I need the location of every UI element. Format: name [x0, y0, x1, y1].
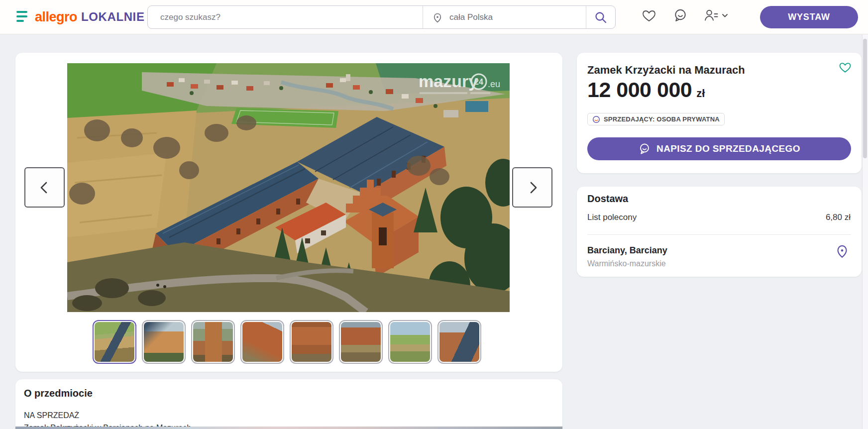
- location-field[interactable]: cała Polska: [423, 6, 586, 28]
- chat-icon: [672, 7, 688, 23]
- seller-region: Warmińsko-mazurskie: [587, 259, 666, 268]
- description-heading: O przedmiocie: [24, 388, 93, 399]
- chevron-left-icon: [37, 180, 53, 196]
- delivery-method: List polecony: [587, 213, 637, 222]
- gallery-thumbnail-8[interactable]: [437, 320, 481, 364]
- favorites-button[interactable]: [638, 4, 660, 26]
- chevron-down-icon: [723, 14, 727, 17]
- add-to-favorites-button[interactable]: [838, 60, 852, 76]
- page-scrollbar-thumb[interactable]: [863, 39, 867, 158]
- gallery-thumbnails: [93, 320, 481, 364]
- description-image-sliver: [15, 427, 562, 429]
- account-menu-button[interactable]: [701, 4, 735, 26]
- offer-summary-card: Zamek Krzyżacki na Mazurach 12 000 000 z…: [577, 53, 862, 173]
- top-navigation-bar: allegro LOKALNIE cała Polska: [0, 0, 868, 34]
- search-input[interactable]: [148, 6, 423, 28]
- price-currency: zł: [696, 87, 705, 100]
- logo-lokalnie-text: LOKALNIE: [81, 10, 144, 24]
- map-pin-icon: [834, 242, 851, 261]
- item-description-card: O przedmiocie NA SPRZEDAŻ Zamek Pokrzyża…: [15, 379, 562, 429]
- hamburger-menu-icon[interactable]: [16, 11, 28, 23]
- user-account-icon: [703, 7, 733, 23]
- smiley-icon: [592, 115, 600, 123]
- gallery-thumbnail-1[interactable]: [93, 320, 136, 364]
- message-seller-button[interactable]: NAPISZ DO SPRZEDAJĄCEGO: [587, 137, 851, 160]
- delivery-cost: 6,80 zł: [826, 213, 851, 222]
- gallery-thumbnail-2[interactable]: [142, 320, 186, 364]
- gallery-thumbnail-5[interactable]: [290, 320, 333, 364]
- allegro-lokalnie-logo[interactable]: allegro LOKALNIE: [35, 8, 145, 25]
- svg-text:.eu: .eu: [488, 79, 500, 89]
- gallery-thumbnail-6[interactable]: [339, 320, 383, 364]
- chevron-right-icon: [525, 180, 541, 196]
- search-icon: [594, 10, 608, 24]
- gallery-thumbnail-4[interactable]: [240, 320, 284, 364]
- svg-text:mazury: mazury: [419, 72, 478, 91]
- listing-main-photo[interactable]: mazury 24 .eu: [67, 63, 510, 312]
- gallery-thumbnail-3[interactable]: [191, 320, 235, 364]
- gallery-prev-button[interactable]: [24, 167, 65, 208]
- publish-offer-button[interactable]: WYSTAW: [760, 6, 858, 28]
- price-amount: 12 000 000: [587, 78, 692, 102]
- delivery-card: Dostawa List polecony 6,80 zł Barciany, …: [577, 187, 862, 277]
- location-value: cała Polska: [449, 12, 493, 22]
- price: 12 000 000 zł: [587, 78, 705, 102]
- allegro-lokalnie-listing-page: allegro LOKALNIE cała Polska: [0, 0, 868, 429]
- pin-icon: [432, 11, 443, 23]
- message-seller-label: NAPISZ DO SPRZEDAJĄCEGO: [656, 143, 800, 154]
- listing-title: Zamek Krzyżacki na Mazurach: [587, 64, 831, 77]
- search-button[interactable]: [586, 6, 615, 28]
- heart-icon: [838, 60, 852, 74]
- chat-icon: [638, 142, 651, 155]
- seller-badge-label: SPRZEDAJĄCY: OSOBA PRYWATNA: [604, 115, 720, 123]
- description-line: NA SPRZEDAŻ: [24, 411, 79, 420]
- gallery-card: mazury 24 .eu: [15, 53, 562, 372]
- gallery-thumbnail-7[interactable]: [388, 320, 432, 364]
- svg-text:24: 24: [474, 78, 483, 86]
- delivery-heading: Dostawa: [587, 193, 628, 205]
- heart-icon: [641, 7, 657, 23]
- gallery-next-button[interactable]: [512, 167, 552, 208]
- seller-location: Barciany, Barciany: [587, 245, 667, 256]
- messages-button[interactable]: [669, 4, 691, 26]
- divider: [587, 234, 851, 235]
- seller-type-badge: SPRZEDAJĄCY: OSOBA PRYWATNA: [587, 113, 725, 125]
- logo-allegro-text: allegro: [35, 9, 77, 25]
- search-bar: cała Polska: [147, 5, 616, 29]
